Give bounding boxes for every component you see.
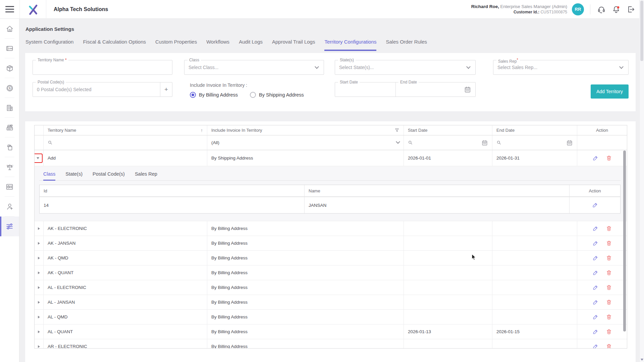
detail-tab-postal-code-s-[interactable]: Postal Code(s) [93, 171, 125, 181]
tab-territory-configurations[interactable]: Territory Configurations [324, 38, 376, 51]
tab-fiscal-calculation-options[interactable]: Fiscal & Calculation Options [83, 38, 146, 51]
filter-invoice-select[interactable]: (All) [207, 135, 404, 150]
radio-by-billing-address[interactable]: By Billing Address [190, 92, 238, 98]
expand-row-icon[interactable] [38, 345, 40, 348]
expand-row-icon[interactable] [38, 272, 40, 274]
sort-asc-icon[interactable]: ↑ [201, 128, 203, 133]
sidebar-item-crm[interactable]: CRM [0, 39, 19, 58]
cell-actions [577, 280, 627, 295]
top-header: Alpha Tech Solutions Richard Roe, Enterp… [0, 0, 644, 19]
states-select[interactable]: State(s) Select State(s)... [335, 60, 476, 75]
edit-icon[interactable] [591, 201, 599, 209]
delete-icon[interactable] [604, 254, 613, 262]
filter-funnel-icon[interactable] [394, 128, 399, 133]
sales-rep-select[interactable]: Sales Rep* Select Sales Rep... [493, 60, 629, 75]
edit-icon[interactable] [591, 283, 600, 292]
territory-name-input[interactable] [33, 60, 172, 74]
sidebar-item-add-user[interactable] [0, 197, 19, 217]
delete-icon[interactable] [604, 342, 613, 349]
delete-icon[interactable] [604, 283, 613, 292]
date-range-field[interactable]: Start Date End Date [335, 82, 476, 97]
expand-row-icon[interactable] [38, 330, 40, 333]
tab-approval-trail-logs[interactable]: Approval Trail Logs [272, 38, 315, 51]
support-headset-icon[interactable] [596, 4, 606, 14]
delete-icon[interactable] [604, 239, 613, 248]
edit-icon[interactable] [591, 224, 600, 233]
page-scrollbar-thumb[interactable] [640, 1, 643, 61]
avatar[interactable]: RR [572, 3, 584, 15]
sidebar-item-compare[interactable]: DC [0, 157, 19, 177]
cell-invoice: By Billing Address [207, 236, 404, 250]
territory-name-field[interactable]: Territory Name * [33, 60, 172, 75]
table-scrollbar-thumb[interactable] [623, 150, 626, 331]
collapse-row-icon[interactable] [37, 157, 39, 159]
expand-row-icon[interactable] [38, 227, 40, 230]
sidebar-item-purchases[interactable] [0, 137, 19, 157]
hamburger-menu-icon[interactable] [0, 0, 19, 19]
scrollbar-down-arrow-icon[interactable] [641, 359, 643, 361]
edit-icon[interactable] [591, 154, 600, 163]
tab-custom-properties[interactable]: Custom Properties [155, 38, 197, 51]
sidebar-item-reports[interactable] [0, 177, 19, 197]
delete-icon[interactable] [604, 313, 613, 321]
expand-row-icon[interactable] [38, 257, 40, 259]
expand-row-icon[interactable] [38, 316, 40, 318]
tab-workflows[interactable]: Workflows [206, 38, 229, 51]
calendar-icon[interactable] [464, 86, 471, 93]
logout-icon[interactable] [626, 4, 636, 14]
edit-icon[interactable] [591, 313, 600, 321]
cell-territory-name: AR - ELECTRONIC [44, 339, 207, 349]
edit-icon[interactable] [591, 254, 600, 262]
col-invoice[interactable]: Include Invoice In Territory [207, 125, 404, 135]
cell-invoice: By Billing Address [207, 265, 404, 280]
sidebar-item-home[interactable] [0, 19, 19, 39]
postal-codes-add-button[interactable]: + [160, 82, 172, 97]
detail-tab-class[interactable]: Class [43, 171, 55, 181]
radio-by-shipping-address[interactable]: By Shipping Address [250, 92, 304, 98]
postal-codes-field[interactable]: Postal Code(s) 0 Postal Code(s) Selected… [33, 82, 172, 97]
notifications-bell-icon[interactable] [611, 4, 621, 14]
expand-row-icon[interactable] [38, 301, 40, 304]
page-scrollbar[interactable] [639, 0, 644, 362]
filter-end-date[interactable] [492, 135, 577, 150]
expand-row-icon[interactable] [38, 242, 40, 245]
sidebar-item-pricing[interactable]: $ [0, 78, 19, 98]
class-select[interactable]: Class Select Class... [184, 60, 324, 75]
edit-icon[interactable] [591, 342, 600, 349]
expand-row-icon[interactable] [38, 286, 40, 289]
delete-icon[interactable] [604, 154, 613, 163]
tab-audit-logs[interactable]: Audit Logs [239, 38, 263, 51]
calendar-icon[interactable] [566, 139, 573, 146]
class-label: Class [187, 58, 201, 62]
delete-icon[interactable] [604, 268, 613, 277]
cell-end-date [492, 251, 577, 265]
col-start-date[interactable]: Start Date [404, 125, 492, 135]
delete-icon[interactable] [604, 327, 613, 336]
sidebar-item-products[interactable] [0, 58, 19, 78]
edit-icon[interactable] [591, 327, 600, 336]
edit-icon[interactable] [591, 268, 600, 277]
delete-icon[interactable] [604, 224, 613, 233]
svg-text:$: $ [9, 86, 10, 90]
tab-system-configuration[interactable]: System Configuration [25, 38, 73, 51]
app-logo[interactable] [19, 0, 46, 19]
add-territory-button[interactable]: Add Territory [591, 84, 629, 99]
tab-sales-order-rules[interactable]: Sales Order Rules [386, 38, 427, 51]
sidebar-item-settings[interactable] [0, 217, 19, 236]
detail-tab-state-s-[interactable]: State(s) [65, 171, 83, 181]
col-end-date[interactable]: End Date [492, 125, 577, 135]
sidebar-item-company[interactable] [0, 98, 19, 118]
delete-icon[interactable] [604, 298, 613, 307]
edit-icon[interactable] [591, 239, 600, 248]
filter-territory-name[interactable] [44, 135, 207, 150]
table-row: AK - QMD By Billing Address [35, 251, 627, 265]
states-placeholder: Select State(s)... [339, 65, 374, 70]
filter-territory-input[interactable] [55, 140, 203, 145]
col-territory-name[interactable]: Territory Name ↑ [44, 125, 207, 135]
detail-tab-sales-rep[interactable]: Sales Rep [135, 171, 157, 181]
cell-start-date [404, 295, 492, 309]
edit-icon[interactable] [591, 298, 600, 307]
filter-start-date[interactable] [404, 135, 492, 150]
sidebar-item-sales[interactable] [0, 118, 19, 137]
calendar-icon[interactable] [481, 139, 488, 146]
